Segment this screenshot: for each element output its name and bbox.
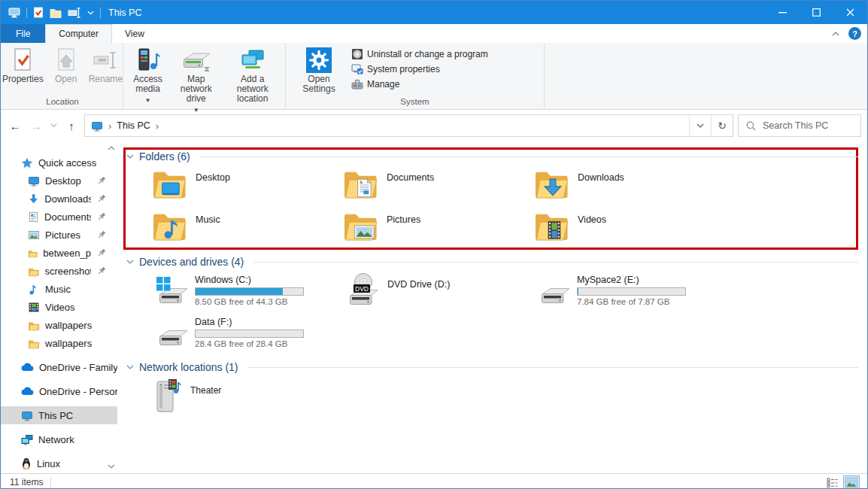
- sidebar-item-wallpapers-2[interactable]: wallpapers: [1, 334, 117, 352]
- sidebar-item-documents[interactable]: Documents: [1, 208, 117, 226]
- sidebar-item-network[interactable]: Network: [1, 430, 117, 448]
- sidebar-item-pictures[interactable]: Pictures: [1, 226, 117, 244]
- sidebar-item-this-pc[interactable]: This PC: [1, 406, 117, 424]
- properties-icon[interactable]: [33, 7, 44, 18]
- refresh-button[interactable]: ↻: [711, 115, 733, 136]
- open-settings-button[interactable]: Open Settings: [295, 45, 343, 94]
- folder-tile-music[interactable]: Music: [152, 211, 343, 246]
- minimize-button[interactable]: [766, 1, 800, 24]
- qat-dropdown-arrow-icon[interactable]: [87, 11, 94, 15]
- folder-icon: [28, 320, 40, 331]
- dvd-drive-icon: DVD: [343, 272, 381, 305]
- access-media-button[interactable]: Access media▾: [128, 45, 168, 105]
- folder-icon: [28, 266, 39, 277]
- svg-text:DVD: DVD: [355, 285, 369, 293]
- add-network-location-button[interactable]: Add a network location: [224, 45, 281, 104]
- folder-tile-downloads[interactable]: Downloads: [534, 169, 725, 204]
- rename-button[interactable]: Rename: [85, 45, 126, 84]
- drive-tile-dvd-d[interactable]: DVD DVD Drive (D:): [343, 272, 534, 307]
- map-network-drive-button[interactable]: Map network drive▾: [169, 45, 223, 115]
- drive-tile-data-f[interactable]: Data (F:) 28.4 GB free of 28.4 GB: [152, 314, 343, 349]
- close-button[interactable]: [833, 1, 867, 24]
- titlebar: This PC: [1, 1, 867, 24]
- sidebar-item-onedrive-family[interactable]: OneDrive - Family: [1, 358, 117, 376]
- folder-tile-label: Desktop: [196, 169, 230, 204]
- sidebar-item-onedrive-personal[interactable]: OneDrive - Persor: [1, 382, 117, 400]
- folder-icon: [28, 338, 40, 349]
- sidebar-item-desktop[interactable]: Desktop: [1, 172, 117, 190]
- sidebar-item-label: Desktop: [45, 175, 81, 187]
- sidebar-item-videos[interactable]: Videos: [1, 298, 117, 316]
- recent-locations-chevron-icon[interactable]: [50, 123, 57, 128]
- rename-icon[interactable]: [68, 8, 81, 18]
- address-bar[interactable]: › This PC › ↻: [84, 114, 733, 137]
- sidebar-item-music[interactable]: Music: [1, 280, 117, 298]
- videos-icon: [28, 302, 40, 313]
- back-button[interactable]: ←: [7, 117, 23, 135]
- breadcrumb-this-pc[interactable]: This PC: [117, 120, 150, 131]
- system-properties-button[interactable]: System properties: [349, 63, 490, 75]
- folder-tile-label: Downloads: [578, 169, 624, 204]
- folders-grid: Desktop Documents: [152, 169, 725, 246]
- folder-music-icon: [152, 211, 187, 242]
- sidebar-item-screenshot[interactable]: screenshot: [1, 262, 117, 280]
- open-button[interactable]: Open: [50, 45, 82, 84]
- up-button[interactable]: ↑: [63, 117, 80, 135]
- sidebar-scroll-up-icon[interactable]: [108, 146, 115, 150]
- folder-icon[interactable]: [50, 8, 62, 18]
- section-rule: [200, 156, 858, 157]
- crumb-separator[interactable]: ›: [156, 120, 159, 132]
- pin-icon: [96, 175, 107, 186]
- sidebar-item-label: Music: [45, 284, 71, 295]
- map-network-drive-icon: [180, 47, 213, 73]
- ribbon-group-system: Open Settings Uninstall or change a prog…: [286, 43, 545, 109]
- sidebar-item-quick-access[interactable]: Quick access: [1, 153, 117, 172]
- properties-button[interactable]: Properties: [0, 45, 47, 84]
- computer-icon: [8, 8, 20, 18]
- sidebar-item-between-pcs[interactable]: between_pcs: [1, 244, 117, 262]
- section-collapse-chevron-icon[interactable]: [126, 365, 134, 369]
- drive-tile-myspace2-e[interactable]: MySpace2 (E:) 7.84 GB free of 7.87 GB: [534, 272, 725, 307]
- folder-tile-videos[interactable]: Videos: [534, 211, 725, 246]
- navigation-pane: Quick access Desktop Downloads: [1, 141, 117, 473]
- tab-view[interactable]: View: [112, 24, 157, 43]
- sidebar-item-wallpapers-1[interactable]: wallpapers: [1, 316, 117, 334]
- details-view-button[interactable]: [824, 475, 840, 489]
- tab-computer[interactable]: Computer: [45, 24, 112, 43]
- maximize-button[interactable]: [800, 1, 833, 24]
- section-collapse-chevron-icon[interactable]: [126, 154, 134, 159]
- titlebar-separator: [100, 8, 101, 18]
- breadcrumb: › This PC ›: [85, 120, 165, 132]
- uninstall-program-button[interactable]: Uninstall or change a program: [349, 48, 490, 60]
- manage-button[interactable]: Manage: [349, 78, 490, 90]
- section-header-network-locations[interactable]: Network locations (1): [126, 361, 858, 373]
- search-placeholder: Search This PC: [763, 120, 828, 131]
- collapse-ribbon-icon[interactable]: [832, 32, 839, 36]
- folder-tile-documents[interactable]: Documents: [343, 169, 534, 204]
- sidebar-item-linux[interactable]: Linux: [1, 454, 117, 472]
- large-icons-view-button[interactable]: [843, 475, 860, 489]
- documents-icon: [28, 211, 39, 223]
- tab-file[interactable]: File: [1, 24, 45, 43]
- section-header-drives[interactable]: Devices and drives (4): [126, 256, 858, 268]
- folder-documents-icon: [343, 169, 378, 200]
- network-location-tile-theater[interactable]: Theater: [152, 378, 343, 415]
- folder-tile-pictures[interactable]: Pictures: [343, 211, 534, 246]
- address-dropdown-button[interactable]: [689, 115, 711, 136]
- help-icon[interactable]: ?: [848, 27, 861, 40]
- sidebar-item-label: Quick access: [38, 157, 96, 169]
- section-header-folders[interactable]: Folders (6): [126, 150, 858, 162]
- drive-tile-windows-c[interactable]: Windows (C:) 8.50 GB free of 44.3 GB: [152, 272, 343, 307]
- sidebar-item-label: wallpapers: [45, 338, 92, 349]
- details-view-icon: [827, 478, 838, 487]
- search-icon: [746, 121, 756, 131]
- add-network-location-icon: [239, 47, 266, 73]
- sidebar-item-downloads[interactable]: Downloads: [1, 190, 117, 208]
- search-box[interactable]: Search This PC: [738, 114, 861, 137]
- section-collapse-chevron-icon[interactable]: [126, 260, 134, 264]
- forward-button[interactable]: →: [28, 117, 44, 135]
- folder-tile-desktop[interactable]: Desktop: [152, 169, 343, 204]
- folder-tile-label: Videos: [578, 211, 606, 246]
- sidebar-item-label: OneDrive - Persor: [39, 386, 117, 397]
- status-separator: [50, 478, 51, 487]
